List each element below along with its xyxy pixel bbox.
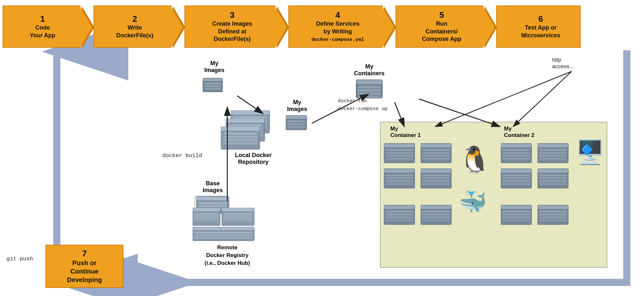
svg-line-7 [237, 96, 263, 114]
step-3-number: 3 [230, 10, 234, 20]
step-5-label: RunContainers/Compose App [422, 20, 461, 43]
step-2-label: WriteDockerFile(s) [116, 24, 153, 39]
step-4: 4 Define Servicesby Writingdocker-compos… [288, 3, 383, 51]
step-7-label: Push orContinueDeveloping [67, 259, 102, 284]
step-2-number: 2 [133, 14, 137, 24]
svg-line-11 [513, 71, 572, 127]
steps-row: 1 CodeYour App 2 WriteDockerFile(s) 3 Cr… [3, 3, 641, 51]
step-7: 7 Push orContinueDeveloping [45, 245, 123, 288]
step-1-number: 1 [40, 14, 45, 24]
step-4-number: 4 [335, 10, 340, 20]
svg-line-12 [435, 71, 572, 127]
svg-line-9 [395, 102, 404, 127]
step-6: 6 Test App orMicroservices [496, 3, 581, 51]
step-7-number: 7 [82, 249, 87, 259]
step-5: 5 RunContainers/Compose App [396, 3, 483, 51]
step-5-number: 5 [439, 10, 444, 20]
step-2: 2 WriteDockerFile(s) [94, 3, 171, 51]
step-6-label: Test App orMicroservices [521, 24, 560, 39]
svg-line-10 [419, 99, 500, 127]
step-6-number: 6 [538, 14, 543, 24]
step-3: 3 Create ImagesDefined atDockerFile(s) [184, 3, 275, 51]
step-4-label: Define Servicesby Writingdocker-compose.… [311, 20, 364, 43]
svg-line-8 [312, 94, 369, 123]
step-1-label: CodeYour App [30, 24, 56, 39]
step-1: 1 CodeYour App [3, 3, 81, 51]
step-3-label: Create ImagesDefined atDockerFile(s) [212, 20, 252, 43]
